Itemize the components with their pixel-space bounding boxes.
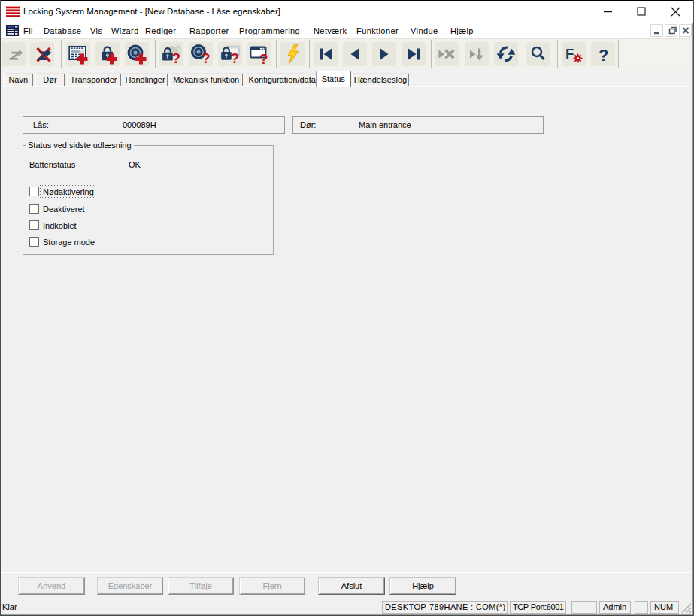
svg-text:?: ? [259, 51, 268, 67]
svg-text:?: ? [599, 46, 608, 65]
svg-text:?: ? [231, 50, 240, 66]
svg-text:?: ? [202, 50, 211, 66]
svg-text:F: F [565, 46, 574, 62]
svg-text:?: ? [172, 50, 181, 66]
